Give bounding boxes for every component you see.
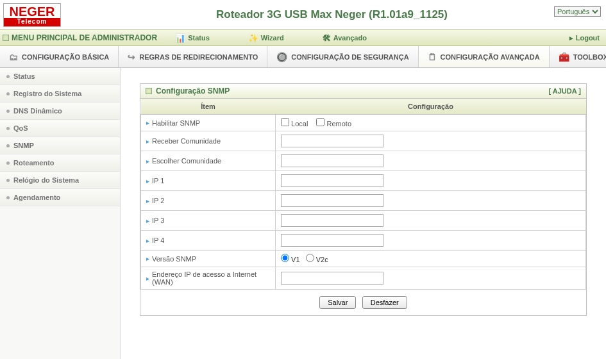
local-checkbox[interactable] [281, 118, 289, 126]
row-label-choose-community: ▸Escolher Comunidade [146, 157, 270, 165]
table-row: ▸Escolher Comunidade [141, 151, 586, 171]
help-link[interactable]: [ AJUDA ] [548, 87, 581, 95]
triangle-icon: ▸ [146, 197, 149, 204]
sidebar-item-schedule[interactable]: Agendamento [0, 189, 120, 206]
tab-basic-config[interactable]: 🗂 CONFIGURAÇÃO BÁSICA [0, 46, 119, 67]
menu-wizard[interactable]: ✨ Wizard [248, 33, 284, 43]
sidebar-item-syslog[interactable]: Registro do Sistema [0, 85, 120, 103]
logout-link[interactable]: ▸ Logout [569, 34, 600, 42]
menu-advanced[interactable]: 🛠 Avançado [323, 33, 367, 43]
table-row: ▸Versão SNMP V1 V2c [141, 251, 586, 267]
panel-icon [146, 88, 152, 94]
label-text: IP 3 [152, 217, 164, 224]
triangle-icon: ▸ [146, 138, 149, 145]
triangle-icon: ▸ [146, 158, 149, 165]
v1-radio-label[interactable]: V1 [281, 256, 300, 263]
menu-status-label: Status [188, 34, 210, 42]
sidebar-item-label: Roteamento [13, 159, 55, 167]
snmp-panel: Configuração SNMP [ AJUDA ] Ítem Configu… [140, 83, 587, 316]
sidebar-item-clock[interactable]: Relógio do Sistema [0, 172, 120, 189]
undo-button[interactable]: Desfazer [362, 296, 407, 309]
panel-header: Configuração SNMP [ AJUDA ] [140, 84, 586, 99]
row-label-wan-ip: ▸Endereço IP de acesso a Internet (WAN) [146, 270, 270, 286]
menu-advanced-label: Avançado [333, 34, 367, 42]
sidebar-item-label: DNS Dinâmico [13, 107, 62, 115]
menu-wizard-label: Wizard [261, 34, 284, 42]
wizard-icon: ✨ [248, 33, 258, 43]
v2c-radio-label[interactable]: V2c [306, 256, 328, 263]
menu-status[interactable]: 📊 Status [175, 33, 210, 43]
tab-security-config[interactable]: 🔘 CONFIGURAÇÃO DE SEGURANÇA [267, 46, 418, 67]
label-text: Versão SNMP [152, 255, 196, 263]
sidebar-item-qos[interactable]: QoS [0, 120, 120, 137]
remote-checkbox[interactable] [316, 118, 324, 126]
label-text: Habilitar SNMP [152, 119, 200, 127]
sidebar-item-label: Registro do Sistema [13, 90, 81, 97]
security-icon: 🔘 [276, 52, 287, 62]
menubar: MENU PRINCIPAL DE ADMINISTRADOR 📊 Status… [0, 29, 606, 46]
ip1-input[interactable] [281, 174, 383, 187]
main-panel: Configuração SNMP [ AJUDA ] Ítem Configu… [121, 68, 606, 359]
v1-radio[interactable] [281, 254, 289, 262]
bullet-icon [6, 110, 10, 113]
triangle-icon: ▸ [146, 275, 149, 282]
sidebar-item-snmp[interactable]: SNMP [0, 137, 120, 154]
choose-community-input[interactable] [281, 154, 383, 167]
logout-arrow-icon: ▸ [569, 34, 573, 42]
row-label-recv-community: ▸Receber Comunidade [146, 137, 270, 145]
tab-toolbox[interactable]: 🧰 TOOLBOX [550, 46, 606, 67]
label-text: Receber Comunidade [152, 137, 221, 145]
triangle-icon: ▸ [146, 178, 149, 185]
triangle-icon: ▸ [146, 237, 149, 244]
tab-toolbox-label: TOOLBOX [573, 53, 606, 61]
row-label-enable-snmp: ▸Habilitar SNMP [146, 119, 270, 127]
sidebar-item-label: Agendamento [13, 194, 60, 201]
row-label-ip1: ▸IP 1 [146, 177, 270, 185]
v2c-radio[interactable] [306, 254, 314, 262]
local-checkbox-label[interactable]: Local [281, 120, 308, 128]
header-bar: NEGER Telecom Roteador 3G USB Max Neger … [0, 0, 606, 29]
bullet-icon [6, 179, 10, 182]
col-item-header: Ítem [141, 99, 276, 115]
sidebar-item-status[interactable]: Status [0, 68, 120, 85]
tab-redirect-label: REGRAS DE REDIRECIONAMENTO [139, 53, 258, 61]
redirect-icon: ↪ [128, 52, 135, 62]
row-label-ip4: ▸IP 4 [146, 236, 270, 244]
triangle-icon: ▸ [146, 255, 149, 262]
ip2-input[interactable] [281, 194, 383, 207]
label-text: IP 4 [152, 236, 164, 244]
ip3-input[interactable] [281, 214, 383, 227]
table-row: ▸Endereço IP de acesso a Internet (WAN) [141, 267, 586, 290]
tab-security-label: CONFIGURAÇÃO DE SEGURANÇA [291, 53, 408, 61]
logo: NEGER Telecom [3, 3, 61, 27]
local-text: Local [291, 120, 308, 128]
bullet-icon [6, 75, 10, 78]
tab-advanced-config[interactable]: 🗒 CONFIGURAÇÃO AVANÇADA [419, 46, 550, 67]
tab-basic-label: CONFIGURAÇÃO BÁSICA [22, 53, 109, 61]
ip4-input[interactable] [281, 234, 383, 247]
button-row: Salvar Desfazer [140, 290, 586, 315]
sidebar: Status Registro do Sistema DNS Dinâmico … [0, 68, 121, 359]
bullet-icon [6, 92, 10, 95]
language-select[interactable]: Português [554, 6, 601, 17]
language-selector[interactable]: Português [554, 6, 601, 17]
table-row: ▸IP 2 [141, 191, 586, 211]
remote-checkbox-label[interactable]: Remoto [316, 120, 351, 128]
logo-top: NEGER [4, 4, 60, 18]
table-row: ▸IP 1 [141, 171, 586, 191]
tab-redirect-rules[interactable]: ↪ REGRAS DE REDIRECIONAMENTO [119, 46, 267, 67]
recv-community-input[interactable] [281, 135, 383, 147]
sidebar-item-label: Relógio do Sistema [13, 176, 79, 184]
sidebar-item-ddns[interactable]: DNS Dinâmico [0, 103, 120, 120]
sidebar-item-label: Status [13, 72, 35, 80]
wan-ip-input[interactable] [281, 272, 383, 285]
save-button[interactable]: Salvar [319, 296, 356, 309]
table-row: ▸IP 3 [141, 211, 586, 231]
sidebar-item-routing[interactable]: Roteamento [0, 154, 120, 172]
row-label-snmp-version: ▸Versão SNMP [146, 255, 270, 263]
row-label-ip3: ▸IP 3 [146, 217, 270, 224]
page-title: Roteador 3G USB Max Neger (R1.01a9_1125) [61, 8, 603, 21]
triangle-icon: ▸ [146, 119, 149, 126]
main-menu-label[interactable]: MENU PRINCIPAL DE ADMINISTRADOR [3, 33, 157, 42]
remote-text: Remoto [326, 120, 351, 128]
